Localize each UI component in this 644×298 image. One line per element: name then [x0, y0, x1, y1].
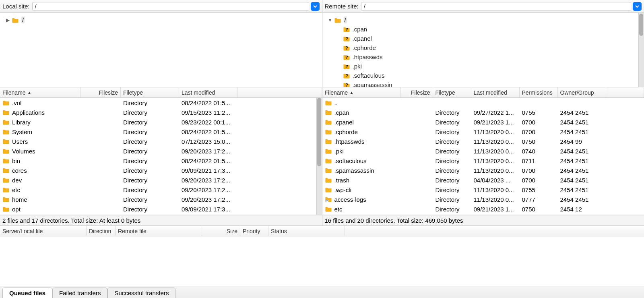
tab-successful-transfers[interactable]: Successful transfers — [107, 288, 175, 298]
file-modified: 09/20/2023 17:2... — [179, 196, 237, 203]
file-row[interactable]: etc Directory 09/21/2023 1... 0750 2454 … — [322, 204, 644, 214]
queue-tabs: Queued files Failed transfers Successful… — [0, 286, 644, 298]
file-row[interactable]: .spamassassin Directory 11/13/2020 0... … — [322, 166, 644, 175]
remote-path-input[interactable] — [361, 2, 631, 11]
remote-tree-item[interactable]: .cpanel — [327, 34, 643, 43]
folder-icon — [325, 167, 332, 174]
remote-tree-item[interactable]: .cphorde — [327, 43, 643, 52]
queue-col-priority[interactable]: Priority — [240, 226, 268, 236]
local-tree[interactable]: ▶ / — [0, 13, 322, 87]
file-row[interactable]: .cpanel Directory 09/21/2023 1... 0700 2… — [322, 117, 644, 127]
local-col-modified[interactable]: Last modified — [179, 87, 237, 97]
remote-path-dropdown[interactable] — [633, 2, 642, 11]
chevron-down-icon — [313, 4, 318, 9]
file-modified: 09/21/2023 1... — [471, 119, 520, 126]
file-name: .trash — [334, 177, 350, 184]
file-row[interactable]: .wp-cli Directory 11/13/2020 0... 0755 2… — [322, 185, 644, 195]
file-row[interactable]: .pki Directory 11/13/2020 0... 0740 2454… — [322, 146, 644, 156]
remote-tree-item[interactable]: .pki — [327, 62, 643, 71]
remote-tree[interactable]: ▾ / .cpan .cpanel .cphorde .htpasswds — [322, 13, 644, 87]
file-row[interactable]: cores Directory 09/09/2021 17:3... — [0, 166, 322, 175]
file-row[interactable]: .htpasswds Directory 11/13/2020 0... 075… — [322, 137, 644, 146]
remote-tree-item[interactable]: .spamassassin — [327, 80, 643, 87]
file-permissions: 0700 — [520, 177, 558, 184]
file-row[interactable]: Library Directory 09/23/2022 00:1... — [0, 117, 322, 127]
tab-failed-transfers[interactable]: Failed transfers — [52, 288, 107, 298]
local-tree-item[interactable]: ▶ / — [5, 15, 320, 25]
file-row[interactable]: .softaculous Directory 11/13/2020 0... 0… — [322, 156, 644, 166]
file-modified: 09/27/2022 1... — [471, 109, 520, 116]
file-name: dev — [12, 177, 22, 184]
file-permissions: 0755 — [520, 109, 558, 116]
local-path-input[interactable] — [32, 2, 309, 11]
file-row[interactable]: System Directory 08/24/2022 01:5... — [0, 127, 322, 137]
remote-col-filetype[interactable]: Filetype — [433, 87, 471, 97]
queue-col-remotefile[interactable]: Remote file — [116, 226, 202, 236]
file-modified: 11/13/2020 0... — [471, 157, 520, 164]
sort-asc-icon: ▲ — [27, 90, 32, 95]
file-row[interactable]: Applications Directory 09/15/2023 11:2..… — [0, 108, 322, 117]
file-row[interactable]: .vol Directory 08/24/2022 01:5... — [0, 98, 322, 108]
local-list-scrollbar-track[interactable] — [316, 98, 322, 215]
local-file-list: Filename▲ Filesize Filetype Last modifie… — [0, 87, 322, 215]
local-col-filetype[interactable]: Filetype — [121, 87, 179, 97]
file-owner: 2454 2451 — [558, 148, 606, 155]
file-modified: 11/13/2020 0... — [471, 167, 520, 174]
file-owner: 2454 2451 — [558, 186, 606, 193]
folder-icon — [334, 17, 341, 23]
file-row[interactable]: etc Directory 09/20/2023 17:2... — [0, 185, 322, 195]
remote-tree-item[interactable]: .softaculous — [327, 71, 643, 80]
file-row[interactable]: .cpan Directory 09/27/2022 1... 0755 245… — [322, 108, 644, 117]
remote-tree-item[interactable]: ▾ / — [327, 15, 643, 25]
folder-icon — [325, 177, 332, 183]
file-row[interactable]: dev Directory 09/20/2023 17:2... — [0, 175, 322, 185]
local-rows[interactable]: .vol Directory 08/24/2022 01:5... Applic… — [0, 98, 322, 215]
file-row[interactable]: opt Directory 09/09/2021 17:3... — [0, 204, 322, 214]
file-row[interactable]: .trash Directory 04/04/2023 ... 0700 245… — [322, 175, 644, 185]
remote-tree-item[interactable]: .cpan — [327, 25, 643, 34]
remote-col-owner[interactable]: Owner/Group — [558, 87, 606, 97]
queue-col-status[interactable]: Status — [268, 226, 345, 236]
folder-icon — [2, 128, 10, 135]
local-col-filesize[interactable]: Filesize — [80, 87, 121, 97]
local-path-dropdown[interactable] — [311, 2, 320, 11]
local-col-filename[interactable]: Filename▲ — [0, 87, 80, 97]
file-row[interactable]: .cphorde Directory 11/13/2020 0... 0700 … — [322, 127, 644, 137]
chevron-down-icon[interactable]: ▾ — [327, 17, 333, 23]
file-modified: 11/13/2020 0... — [471, 148, 520, 155]
remote-col-filesize[interactable]: Filesize — [401, 87, 433, 97]
remote-col-permissions[interactable]: Permissions — [520, 87, 558, 97]
file-name: .cpan — [334, 109, 349, 116]
chevron-down-icon — [635, 4, 640, 9]
file-row[interactable]: .. — [322, 98, 644, 108]
queue-col-size[interactable]: Size — [202, 226, 240, 236]
file-type: Directory — [121, 109, 179, 116]
remote-rows[interactable]: .. .cpan Directory 09/27/2022 1... 0755 … — [322, 98, 644, 215]
file-row[interactable]: bin Directory 08/24/2022 01:5... — [0, 156, 322, 166]
file-type: Directory — [121, 157, 179, 164]
file-type: Directory — [433, 119, 471, 126]
remote-tree-scrollbar-thumb[interactable] — [639, 14, 643, 36]
remote-col-modified[interactable]: Last modified — [471, 87, 520, 97]
remote-tree-scrollbar-track[interactable] — [638, 13, 644, 87]
file-row[interactable]: home Directory 09/20/2023 17:2... — [0, 195, 322, 204]
file-row[interactable]: access-logs Directory 11/13/2020 0... 07… — [322, 195, 644, 204]
queue-body[interactable] — [0, 236, 644, 286]
file-permissions: 0740 — [520, 148, 558, 155]
queue-col-serverfile[interactable]: Server/Local file — [0, 226, 87, 236]
tree-item-label: .cpanel — [353, 35, 372, 42]
queue-col-direction[interactable]: Direction — [87, 226, 116, 236]
folder-unknown-icon — [343, 54, 350, 60]
tab-queued-files[interactable]: Queued files — [2, 288, 52, 298]
local-list-scrollbar-thumb[interactable] — [317, 98, 321, 166]
file-row[interactable]: Volumes Directory 09/20/2023 17:2... — [0, 146, 322, 156]
folder-unknown-icon — [343, 26, 350, 33]
folder-icon — [2, 109, 10, 116]
remote-col-filename[interactable]: Filename▲ — [322, 87, 401, 97]
file-row[interactable]: Users Directory 07/12/2023 15:0... — [0, 137, 322, 146]
remote-tree-item[interactable]: .htpasswds — [327, 52, 643, 62]
remote-file-list: Filename▲ Filesize Filetype Last modifie… — [322, 87, 644, 215]
chevron-right-icon[interactable]: ▶ — [5, 17, 10, 23]
file-modified: 09/15/2023 11:2... — [179, 109, 237, 116]
folder-icon — [2, 99, 10, 106]
